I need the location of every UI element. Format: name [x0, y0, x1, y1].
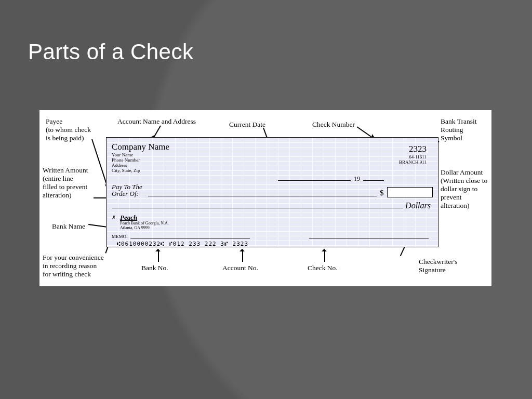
check-micr-line: ⑆0610000232⑆ ⑈012 233 222 3⑈ 2323 — [117, 241, 248, 247]
check-diagram: Payee (to whom check is being paid) Acco… — [39, 110, 491, 286]
check-signature-line — [309, 238, 429, 238]
check-transit-code: 64-11611 — [409, 154, 427, 159]
check-dollars-word: Dollars — [405, 201, 431, 210]
check-amount-box — [387, 187, 433, 197]
check-pay-to-label: Pay To The Order Of: — [112, 183, 153, 197]
check-payee-line — [148, 196, 377, 196]
check-memo-line — [130, 238, 250, 238]
check-date-line — [278, 180, 351, 181]
label-written-amount: Written Amount (entire line filled to pr… — [43, 166, 88, 200]
check-bank-line3: Atlanta, GA 9999 — [120, 225, 150, 230]
label-dollar-amount: Dollar Amount (Written close to dollar s… — [441, 168, 487, 210]
check-bank-line2: Peach Bank of Georgia, N.A. — [120, 221, 169, 225]
check-memo-label: MEMO: — [112, 234, 128, 239]
check-branch-code: BRANCH 911 — [399, 159, 427, 165]
check-company-name: Company Name — [112, 142, 169, 152]
label-memo: For your convenience in recording reason… — [43, 254, 104, 278]
label-check-no: Check No. — [308, 264, 338, 272]
label-account-name: Account Name and Address — [117, 117, 196, 126]
check-written-amount-line — [112, 208, 403, 208]
page-title: Parts of a Check — [28, 39, 193, 64]
label-bank-no: Bank No. — [141, 264, 168, 272]
label-payee: Payee (to whom check is being paid) — [46, 117, 91, 142]
check-dollar-sign: $ — [380, 189, 384, 197]
check-holder-city: City, State, Zip — [112, 168, 140, 174]
label-account-no: Account No. — [222, 264, 258, 272]
label-bank-transit: Bank Transit Routing Symbol — [441, 117, 476, 142]
check-date-year-prefix: 19 — [354, 175, 360, 183]
check-bank-logo-icon: ✗ — [112, 215, 116, 220]
label-bank-name: Bank Name — [52, 222, 85, 231]
label-check-number: Check Number — [312, 121, 355, 129]
sample-check: Company Name Your Name Phone Number Addr… — [106, 137, 438, 247]
check-number-value: 2323 — [409, 144, 427, 154]
label-signature: Checkwriter's Signature — [419, 258, 457, 274]
check-date-year-line — [363, 180, 384, 181]
label-current-date: Current Date — [229, 121, 265, 129]
